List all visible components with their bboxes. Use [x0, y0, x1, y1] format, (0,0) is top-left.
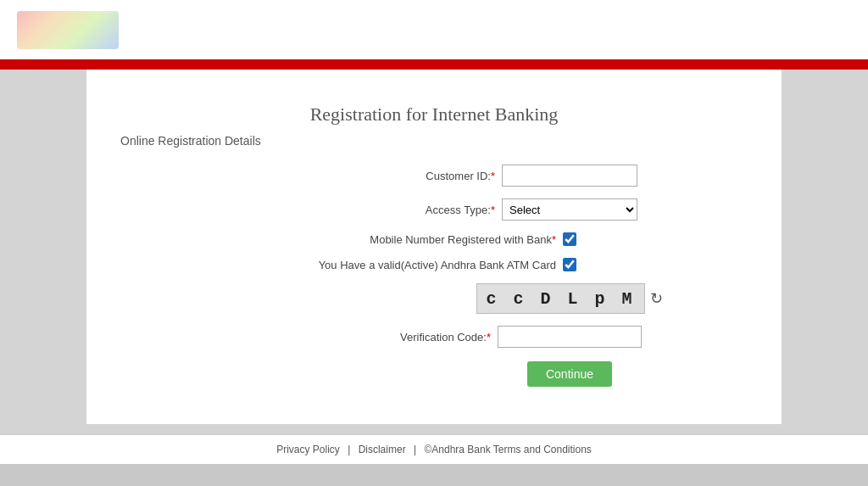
mobile-label: Mobile Number Registered with Bank*: [292, 233, 563, 246]
section-label: Online Registration Details: [112, 134, 756, 148]
atm-row: You Have a valid(Active) Andhra Bank ATM…: [112, 258, 756, 271]
continue-row: Continue: [112, 361, 756, 387]
customer-id-row: Customer ID:*: [112, 165, 756, 187]
atm-checkbox[interactable]: [563, 258, 576, 271]
terms-link[interactable]: ©Andhra Bank Terms and Conditions: [424, 444, 591, 455]
disclaimer-link[interactable]: Disclaimer: [359, 444, 406, 455]
mobile-row: Mobile Number Registered with Bank*: [112, 232, 756, 246]
privacy-policy-link[interactable]: Privacy Policy: [276, 444, 340, 455]
customer-id-input[interactable]: [502, 165, 637, 187]
separator-1: |: [348, 444, 350, 455]
access-type-label: Access Type:*: [231, 204, 502, 216]
header: [0, 0, 868, 59]
separator-2: |: [414, 444, 416, 455]
footer: Privacy Policy | Disclaimer | ©Andhra Ba…: [0, 434, 868, 464]
atm-label: You Have a valid(Active) Andhra Bank ATM…: [292, 259, 563, 271]
captcha-image: c c D L p M: [476, 283, 644, 314]
continue-button[interactable]: Continue: [527, 361, 612, 387]
content-area: Registration for Internet Banking Online…: [0, 70, 868, 434]
access-type-row: Access Type:* Select Full Transaction Vi…: [112, 198, 756, 221]
red-bar: [0, 59, 868, 70]
form-wrapper: Registration for Internet Banking Online…: [86, 70, 782, 424]
logo: [17, 11, 119, 49]
verification-label: Verification Code:*: [226, 331, 498, 344]
bottom-gray: [0, 464, 868, 486]
customer-id-label: Customer ID:*: [231, 170, 502, 182]
verification-row: Verification Code:*: [112, 326, 756, 348]
mobile-checkbox[interactable]: [563, 232, 576, 246]
verification-input[interactable]: [498, 326, 642, 348]
captcha-row: c c D L p M ↻: [112, 283, 756, 314]
captcha-wrapper: c c D L p M ↻: [476, 283, 662, 314]
access-type-select[interactable]: Select Full Transaction View Only: [502, 198, 637, 221]
page-title: Registration for Internet Banking: [112, 87, 756, 134]
captcha-refresh-icon[interactable]: ↻: [650, 289, 663, 308]
